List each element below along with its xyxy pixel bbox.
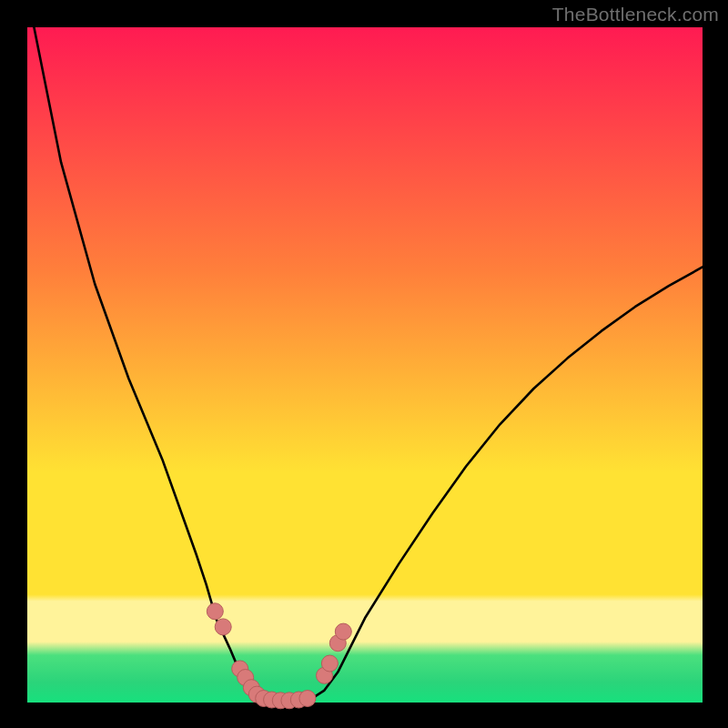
watermark-text: TheBottleneck.com (552, 4, 719, 25)
data-point-marker (215, 619, 231, 635)
data-point-marker (335, 623, 351, 640)
data-point-marker (207, 603, 223, 620)
chart-stage: TheBottleneck.com (0, 0, 728, 728)
data-point-marker (299, 691, 316, 707)
bottleneck-curve-chart (0, 0, 728, 728)
plot-background (27, 27, 703, 703)
data-point-marker (321, 655, 338, 672)
